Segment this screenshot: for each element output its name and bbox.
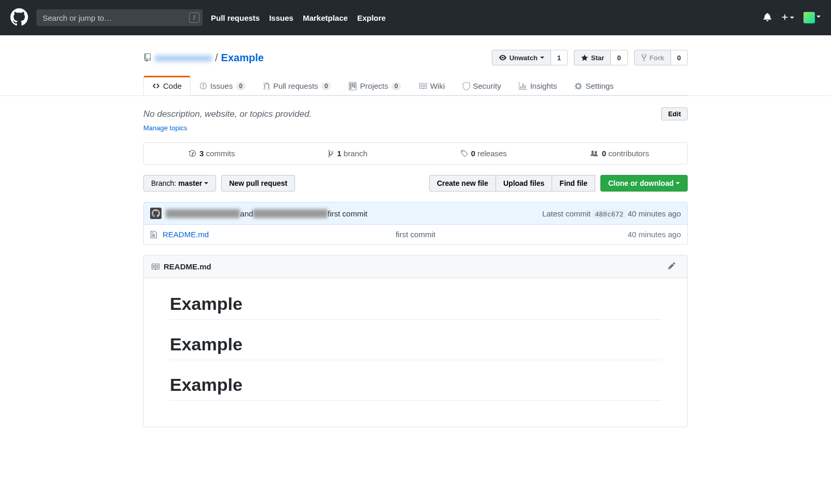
fork-icon	[641, 53, 647, 62]
stat-commits[interactable]: 3 commits	[144, 143, 280, 164]
search-input[interactable]	[36, 9, 203, 26]
star-button[interactable]: Star	[574, 50, 611, 65]
tab-label: Insights	[530, 81, 557, 90]
readme-filename: README.md	[164, 262, 211, 271]
slash-hint: /	[189, 12, 199, 23]
file-icon	[150, 230, 157, 239]
plus-dropdown[interactable]	[781, 13, 794, 22]
tab-pull-requests[interactable]: Pull requests0	[254, 76, 340, 96]
tab-projects[interactable]: Projects0	[340, 76, 410, 96]
file-row[interactable]: README.md first commit 40 minutes ago	[143, 225, 688, 244]
nav-explore[interactable]: Explore	[357, 13, 386, 22]
header-right	[763, 12, 821, 23]
avatar-dropdown[interactable]	[803, 12, 821, 23]
fork-label: Fork	[650, 54, 664, 62]
readme-content: Example Example Example	[144, 278, 687, 427]
commit-author-1[interactable]: xxxx xxxx xxxxxxxxxx	[166, 209, 240, 218]
eye-icon	[499, 54, 507, 61]
tab-label: Pull requests	[273, 81, 318, 90]
commit-and: and	[240, 209, 253, 218]
nav-issues[interactable]: Issues	[269, 13, 293, 22]
bell-icon[interactable]	[763, 12, 772, 23]
repo-owner-link[interactable]: xxxxxxxxxxx	[155, 52, 212, 64]
repo-name-link[interactable]: Example	[221, 52, 264, 64]
nav-marketplace[interactable]: Marketplace	[303, 13, 348, 22]
star-label: Star	[591, 54, 604, 62]
readme-heading-1: Example	[170, 294, 661, 320]
github-logo[interactable]	[10, 8, 28, 28]
branch-icon	[328, 149, 334, 158]
tab-insights[interactable]: Insights	[510, 76, 566, 96]
tab-counter: 0	[392, 82, 401, 90]
stat-contributors[interactable]: 0 contributors	[552, 143, 688, 164]
nav-pull-requests[interactable]: Pull requests	[211, 13, 260, 22]
book-icon	[151, 263, 159, 271]
readme-header: README.md	[144, 255, 687, 278]
unwatch-label: Unwatch	[510, 54, 538, 62]
branch-select-button[interactable]: Branch: master	[143, 175, 216, 192]
edit-description-button[interactable]: Edit	[661, 107, 688, 120]
new-pull-request-button[interactable]: New pull request	[221, 175, 295, 192]
file-toolbar: Branch: master New pull request Create n…	[143, 175, 688, 192]
stat-releases[interactable]: 0 releases	[416, 143, 552, 164]
tab-label: Code	[163, 81, 182, 90]
latest-commit-bar: xxxx xxxx xxxxxxxxxx and xxxx xxxx xxxxx…	[143, 202, 688, 225]
tab-settings[interactable]: Settings	[566, 76, 622, 96]
star-count[interactable]: 0	[611, 50, 627, 65]
file-commit-message[interactable]: first commit	[396, 230, 436, 239]
readme-box: README.md Example Example Example	[143, 255, 688, 427]
tag-icon	[460, 149, 468, 158]
history-icon	[189, 149, 196, 157]
stat-branches[interactable]: 1 branch	[280, 143, 416, 164]
watch-count[interactable]: 1	[551, 50, 568, 65]
edit-readme-button[interactable]	[668, 262, 680, 271]
star-icon	[581, 54, 588, 62]
commit-author-2[interactable]: xxxx xxxx xxxxxxxxxx	[253, 209, 327, 218]
separator: /	[215, 52, 218, 64]
repo-icon	[143, 53, 152, 62]
tab-wiki[interactable]: Wiki	[410, 76, 453, 96]
clone-download-button[interactable]: Clone or download	[600, 175, 688, 192]
fork-button[interactable]: Fork	[634, 50, 671, 65]
tab-label: Issues	[210, 81, 233, 90]
tab-counter: 0	[321, 82, 331, 90]
primary-nav: Pull requests Issues Marketplace Explore	[211, 13, 386, 22]
fork-count[interactable]: 0	[671, 50, 688, 65]
file-name-link[interactable]: README.md	[163, 230, 209, 239]
repo-tabs: Code Issues0 Pull requests0 Projects0 Wi…	[143, 76, 688, 96]
tab-counter: 0	[236, 82, 246, 90]
commit-avatar[interactable]	[150, 208, 162, 219]
tab-label: Security	[473, 81, 501, 90]
readme-heading-2: Example	[170, 334, 661, 360]
unwatch-button[interactable]: Unwatch	[492, 50, 551, 65]
commit-sha[interactable]: 480c672	[593, 210, 625, 219]
tab-code[interactable]: Code	[143, 76, 191, 96]
repo-description: No description, website, or topics provi…	[143, 109, 312, 119]
search-wrap: /	[36, 9, 203, 26]
pencil-icon	[668, 262, 676, 270]
repo-stats: 3 commits 1 branch 0 releases 0 contribu…	[143, 142, 688, 165]
tab-issues[interactable]: Issues0	[191, 76, 254, 96]
tab-label: Wiki	[430, 81, 445, 90]
find-file-button[interactable]: Find file	[552, 175, 595, 192]
repo-actions: Unwatch 1 Star 0 Fork 0	[492, 50, 688, 65]
manage-topics-link[interactable]: Manage topics	[143, 124, 187, 132]
tab-label: Settings	[585, 81, 613, 90]
tab-security[interactable]: Security	[454, 76, 510, 96]
file-time: 40 minutes ago	[627, 230, 681, 239]
readme-heading-3: Example	[170, 375, 661, 401]
commit-message[interactable]: first commit	[328, 209, 368, 218]
global-header: / Pull requests Issues Marketplace Explo…	[0, 0, 831, 35]
avatar	[803, 12, 815, 23]
people-icon	[589, 150, 599, 157]
upload-files-button[interactable]: Upload files	[495, 175, 552, 192]
tab-label: Projects	[360, 81, 388, 90]
repo-title: xxxxxxxxxxx / Example	[143, 52, 264, 64]
create-new-file-button[interactable]: Create new file	[429, 175, 496, 192]
commit-meta: Latest commit 480c672 40 minutes ago	[542, 209, 681, 218]
